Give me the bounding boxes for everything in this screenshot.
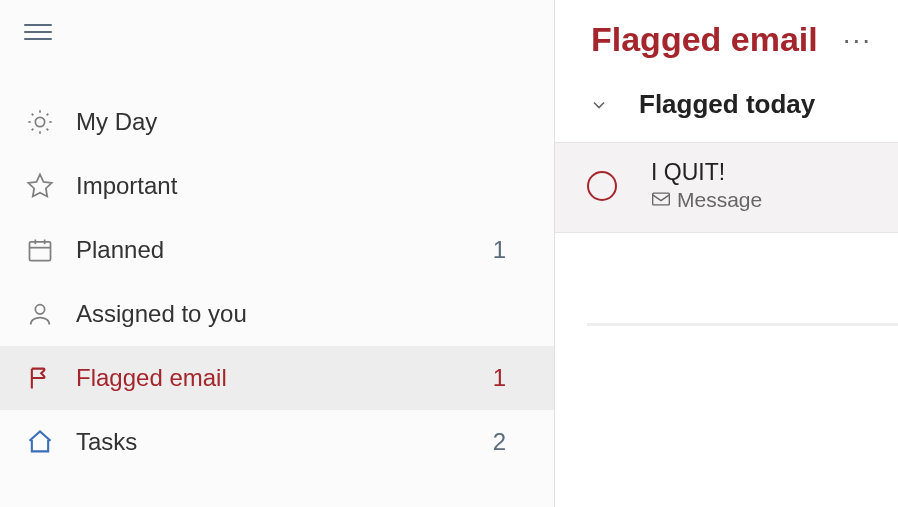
sidebar-item-tasks[interactable]: Tasks 2 bbox=[0, 410, 554, 474]
sidebar-item-flagged-email[interactable]: Flagged email 1 bbox=[0, 346, 554, 410]
task-content: I QUIT! Message bbox=[651, 159, 898, 212]
svg-line-7 bbox=[32, 129, 34, 131]
sidebar-item-count: 1 bbox=[493, 364, 506, 392]
sidebar-item-label: Assigned to you bbox=[76, 300, 530, 328]
home-icon bbox=[24, 426, 56, 458]
svg-point-0 bbox=[35, 117, 44, 126]
svg-rect-10 bbox=[30, 242, 51, 261]
svg-line-4 bbox=[47, 129, 49, 131]
more-options-icon[interactable]: ··· bbox=[843, 24, 872, 56]
task-meta: Message bbox=[651, 188, 898, 212]
sidebar-item-planned[interactable]: Planned 1 bbox=[0, 218, 554, 282]
sidebar-item-important[interactable]: Important bbox=[0, 154, 554, 218]
page-title: Flagged email bbox=[591, 20, 818, 59]
sidebar-item-count: 2 bbox=[493, 428, 506, 456]
sidebar-item-label: My Day bbox=[76, 108, 530, 136]
chevron-down-icon bbox=[587, 93, 611, 117]
calendar-icon bbox=[24, 234, 56, 266]
flag-icon bbox=[24, 362, 56, 394]
sidebar-item-label: Tasks bbox=[76, 428, 493, 456]
task-title: I QUIT! bbox=[651, 159, 898, 186]
svg-marker-9 bbox=[28, 174, 51, 196]
person-icon bbox=[24, 298, 56, 330]
divider bbox=[587, 323, 898, 326]
main-panel: Flagged email ··· Flagged today I QUIT! … bbox=[555, 0, 898, 507]
sidebar-item-count: 1 bbox=[493, 236, 506, 264]
sidebar-item-label: Flagged email bbox=[76, 364, 493, 392]
sidebar-item-assigned[interactable]: Assigned to you bbox=[0, 282, 554, 346]
sidebar-item-label: Planned bbox=[76, 236, 493, 264]
hamburger-container bbox=[0, 0, 554, 90]
svg-line-3 bbox=[32, 114, 34, 116]
svg-line-8 bbox=[47, 114, 49, 116]
group-title: Flagged today bbox=[639, 89, 815, 120]
svg-rect-21 bbox=[653, 193, 670, 205]
task-complete-circle[interactable] bbox=[587, 171, 617, 201]
svg-point-20 bbox=[35, 305, 44, 314]
sidebar: My Day Important Planned 1 bbox=[0, 0, 555, 507]
sidebar-item-label: Important bbox=[76, 172, 530, 200]
task-meta-label: Message bbox=[677, 188, 762, 212]
task-item[interactable]: I QUIT! Message bbox=[555, 142, 898, 233]
sun-icon bbox=[24, 106, 56, 138]
star-icon bbox=[24, 170, 56, 202]
task-group-header[interactable]: Flagged today bbox=[555, 89, 898, 142]
envelope-icon bbox=[651, 188, 671, 212]
sidebar-item-my-day[interactable]: My Day bbox=[0, 90, 554, 154]
main-header: Flagged email ··· bbox=[555, 20, 898, 89]
hamburger-menu-icon[interactable] bbox=[24, 24, 52, 40]
nav-list: My Day Important Planned 1 bbox=[0, 90, 554, 474]
